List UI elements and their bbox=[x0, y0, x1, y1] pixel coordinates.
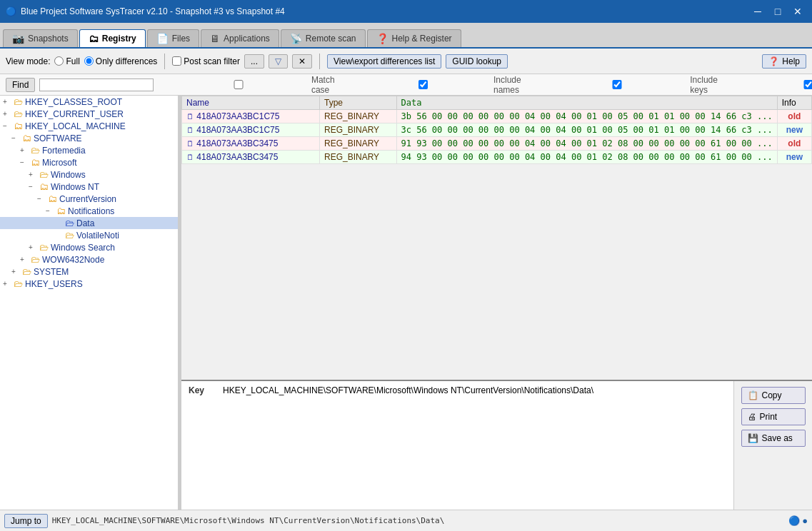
tree-item-hkey-local-machine[interactable]: −🗂 HKEY_LOCAL_MACHINE bbox=[0, 120, 178, 132]
find-button[interactable]: Find bbox=[6, 78, 35, 92]
tree-item-windows-search[interactable]: +🗁 Windows Search bbox=[0, 241, 178, 253]
tree-item-notifications[interactable]: −🗂 Notifications bbox=[0, 205, 178, 217]
folder-icon: 🗁 bbox=[31, 145, 40, 156]
tree-item-hkey-current-user[interactable]: +🗁 HKEY_CURRENT_USER bbox=[0, 108, 178, 120]
tree-item-data[interactable]: 🗁 Data bbox=[0, 217, 178, 229]
tab-help[interactable]: ❓ Help & Register bbox=[367, 29, 461, 47]
tab-registry[interactable]: 🗂 Registry bbox=[79, 29, 146, 47]
table-row[interactable]: 🗒 418A073AA3BC1C75 REG_BINARY 3c 56 00 0… bbox=[182, 123, 812, 137]
tab-files[interactable]: 📄 Files bbox=[147, 29, 199, 47]
include-names-label[interactable]: Include names bbox=[355, 75, 542, 95]
tree-panel[interactable]: +🗁 HKEY_CLASSES_ROOT +🗁 HKEY_CURRENT_USE… bbox=[0, 96, 179, 510]
include-keys-checkbox[interactable] bbox=[546, 80, 688, 89]
folder-icon: 🗁 bbox=[22, 266, 31, 277]
match-case-label[interactable]: Match case bbox=[168, 75, 351, 95]
folder-icon: 🗁 bbox=[65, 230, 74, 241]
folder-open-icon: 🗂 bbox=[22, 133, 31, 143]
tree-item-windows-nt[interactable]: −🗂 Windows NT bbox=[0, 181, 178, 193]
only-differences-radio[interactable] bbox=[84, 56, 94, 66]
tab-remote-scan[interactable]: 📡 Remote scan bbox=[281, 29, 366, 47]
expand-icon: + bbox=[29, 243, 37, 251]
expand-icon: − bbox=[20, 158, 29, 166]
status-path: HKEY_LOCAL_MACHINE\SOFTWARE\Microsoft\Wi… bbox=[52, 516, 445, 525]
save-as-button[interactable]: 💾 Save as bbox=[741, 430, 806, 447]
table-row[interactable]: 🗒 418A073AA3BC1C75 REG_BINARY 3b 56 00 0… bbox=[182, 110, 812, 123]
registry-entry-icon: 🗒 bbox=[186, 139, 194, 148]
registry-table[interactable]: Name Type Data Info 🗒 418A073AA3BC1C75 R… bbox=[181, 96, 812, 381]
expand-icon: − bbox=[46, 207, 54, 215]
diff-radio-label[interactable]: Only differences bbox=[84, 56, 158, 66]
tab-remote-scan-label: Remote scan bbox=[306, 34, 356, 44]
close-button[interactable]: ✕ bbox=[789, 3, 806, 20]
tree-item-volatiltenoti[interactable]: 🗁 VolatileNoti bbox=[0, 229, 178, 241]
tree-item-currentversion[interactable]: −🗂 CurrentVersion bbox=[0, 193, 178, 205]
cell-info: new bbox=[777, 123, 811, 137]
tab-help-label: Help & Register bbox=[392, 34, 452, 44]
expand-icon: − bbox=[3, 122, 11, 130]
include-names-checkbox[interactable] bbox=[355, 80, 491, 89]
col-header-info: Info bbox=[777, 96, 811, 110]
minimize-button[interactable]: ─ bbox=[749, 3, 766, 20]
folder-icon: 🗁 bbox=[14, 108, 23, 119]
tab-bar: 📷 Snapshots 🗂 Registry 📄 Files 🖥 Applica… bbox=[0, 23, 812, 49]
tab-snapshots-label: Snapshots bbox=[28, 34, 69, 44]
title-bar-left: 🔵 Blue Project Software SysTracer v2.10 … bbox=[6, 6, 285, 16]
cell-data: 3b 56 00 00 00 00 00 00 04 00 04 00 01 0… bbox=[396, 110, 777, 123]
table-row[interactable]: 🗒 418A073AA3BC3475 REG_BINARY 91 93 00 0… bbox=[182, 137, 812, 151]
search-input[interactable] bbox=[39, 79, 154, 91]
match-case-checkbox[interactable] bbox=[168, 80, 309, 89]
detail-key-row: Key HKEY_LOCAL_MACHINE\SOFTWARE\Microsof… bbox=[189, 385, 726, 395]
folder-icon: 🗁 bbox=[39, 242, 49, 253]
expand-icon: + bbox=[20, 256, 29, 263]
more-button[interactable]: ... bbox=[244, 54, 264, 69]
folder-icon: 🗁 bbox=[14, 278, 23, 289]
full-radio[interactable] bbox=[54, 56, 64, 66]
tree-item-system[interactable]: +🗁 SYSTEM bbox=[0, 266, 178, 278]
bp-logo: 🔵 ● bbox=[788, 515, 808, 526]
copy-icon: 📋 bbox=[748, 390, 758, 400]
help-icon: ❓ bbox=[768, 56, 779, 66]
view-export-button[interactable]: View\export differences list bbox=[327, 54, 441, 69]
cell-data: 91 93 00 00 00 00 00 00 04 00 04 00 01 0… bbox=[396, 137, 777, 151]
col-header-type: Type bbox=[319, 96, 396, 110]
tab-applications[interactable]: 🖥 Applications bbox=[201, 29, 279, 47]
tab-snapshots[interactable]: 📷 Snapshots bbox=[3, 29, 78, 47]
table-row[interactable]: 🗒 418A073AA3BC3475 REG_BINARY 94 93 00 0… bbox=[182, 151, 812, 164]
cell-name: 🗒 418A073AA3BC1C75 bbox=[182, 123, 320, 137]
tree-item-hkey-users[interactable]: +🗁 HKEY_USERS bbox=[0, 278, 178, 290]
registry-entry-icon: 🗒 bbox=[186, 112, 194, 121]
include-data-checkbox[interactable] bbox=[737, 80, 812, 89]
help-button[interactable]: ❓ Help bbox=[762, 54, 806, 69]
folder-open-icon: 🗂 bbox=[14, 121, 23, 131]
expand-icon: − bbox=[29, 183, 37, 191]
print-button[interactable]: 🖨 Print bbox=[741, 408, 806, 425]
expand-icon: + bbox=[20, 146, 29, 154]
maximize-button[interactable]: □ bbox=[769, 3, 786, 20]
post-scan-filter-label[interactable]: Post scan filter bbox=[172, 56, 240, 66]
clear-filter-button[interactable]: ✕ bbox=[292, 54, 312, 69]
filter-button[interactable]: ▽ bbox=[269, 54, 288, 69]
detail-panel: Key HKEY_LOCAL_MACHINE\SOFTWARE\Microsof… bbox=[181, 381, 812, 510]
guid-lookup-button[interactable]: GUID lookup bbox=[446, 54, 508, 69]
cell-name: 🗒 418A073AA3BC1C75 bbox=[182, 110, 320, 123]
full-radio-label[interactable]: Full bbox=[54, 56, 79, 66]
applications-icon: 🖥 bbox=[210, 33, 220, 44]
tree-item-microsoft[interactable]: −🗂 Microsoft bbox=[0, 156, 178, 168]
status-bar: Jump to HKEY_LOCAL_MACHINE\SOFTWARE\Micr… bbox=[0, 510, 812, 531]
jump-to-button[interactable]: Jump to bbox=[4, 514, 48, 528]
copy-button[interactable]: 📋 Copy bbox=[741, 387, 806, 404]
folder-open-icon: 🗂 bbox=[39, 181, 49, 192]
folder-icon: 🗁 bbox=[14, 96, 23, 107]
tree-item-wow6432node[interactable]: +🗁 WOW6432Node bbox=[0, 253, 178, 266]
tree-item-windows[interactable]: +🗁 Windows bbox=[0, 168, 178, 181]
folder-open-icon: 🗂 bbox=[31, 157, 40, 168]
tree-item-hkey-classes-root[interactable]: +🗁 HKEY_CLASSES_ROOT bbox=[0, 96, 178, 108]
include-keys-label[interactable]: Include keys bbox=[546, 75, 733, 95]
tree-item-fortemedia[interactable]: +🗁 Fortemedia bbox=[0, 144, 178, 156]
expand-icon: + bbox=[29, 171, 37, 178]
include-data-label[interactable]: Include data bbox=[737, 75, 812, 95]
post-scan-filter-checkbox[interactable] bbox=[172, 56, 181, 66]
cell-name: 🗒 418A073AA3BC3475 bbox=[182, 151, 320, 164]
tree-item-software[interactable]: −🗂 SOFTWARE bbox=[0, 132, 178, 144]
expand-icon bbox=[54, 231, 63, 239]
